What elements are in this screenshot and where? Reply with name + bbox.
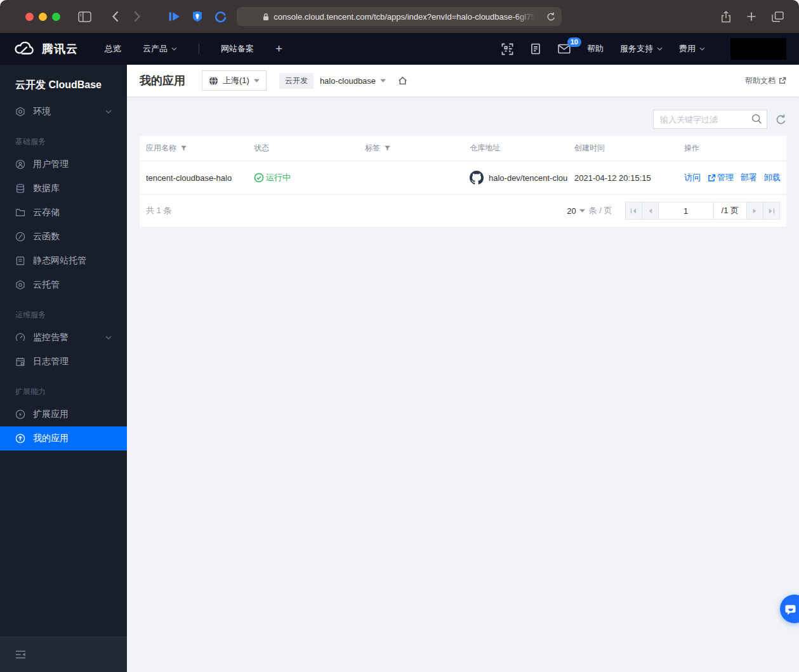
environment-name: halo-cloudbase [320, 76, 376, 86]
nav-overview[interactable]: 总览 [105, 43, 121, 55]
account-redacted[interactable] [730, 38, 786, 60]
webpage-icon [15, 256, 25, 266]
service-tag: 云开发 [279, 73, 314, 89]
sidebar-item-user-management[interactable]: 用户管理 [0, 152, 127, 176]
first-page-button[interactable] [625, 202, 642, 220]
nav-products[interactable]: 云产品 [143, 43, 177, 55]
share-icon[interactable] [721, 11, 731, 23]
table-row: tencent-cloudbase-halo 运行中 [140, 161, 786, 195]
traffic-lights [25, 13, 60, 21]
function-icon [15, 232, 25, 242]
filter-icon[interactable] [180, 145, 187, 152]
reload-icon[interactable] [547, 12, 555, 22]
sidebar-item-label: 环境 [33, 106, 51, 117]
nav-icp-filing[interactable]: 网站备案 [221, 43, 254, 55]
repo-name: halo-dev/tencent-clou [489, 173, 567, 183]
environment-selector[interactable]: halo-cloudbase [320, 76, 386, 86]
lightning-circle-icon [15, 409, 25, 419]
sidebar-item-static-hosting[interactable]: 静态网站托管 [0, 249, 127, 273]
current-page-input[interactable] [658, 202, 714, 220]
page-count: /1 页 [713, 202, 747, 220]
sidebar-item-environment[interactable]: 环境 [0, 100, 127, 124]
top-nav: 腾讯云 总览 云产品 网站备案 + 10 帮助 服务 [0, 33, 799, 65]
action-uninstall[interactable]: 卸载 [764, 172, 781, 183]
search-input[interactable] [653, 110, 767, 129]
cell-actions: 访问 管理 部署 卸载 [678, 172, 786, 183]
sidebar-item-label: 云托管 [33, 279, 60, 291]
sidebar-item-cloud-run[interactable]: 云托管 [0, 273, 127, 297]
caret-down-icon [579, 209, 585, 213]
sidebar-item-monitoring[interactable]: 监控告警 [0, 326, 127, 350]
action-manage[interactable]: 管理 [708, 172, 734, 183]
minimize-window-button[interactable] [39, 13, 47, 21]
password-manager-extension-icon[interactable] [192, 11, 203, 22]
database-icon [15, 183, 25, 194]
chevron-down-icon [105, 110, 112, 114]
action-deploy[interactable]: 部署 [741, 172, 757, 183]
hexagon-env-icon [15, 107, 25, 117]
collapse-sidebar-icon[interactable] [15, 650, 26, 659]
tencent-cloud-logo[interactable]: 腾讯云 [13, 40, 78, 58]
nav-help[interactable]: 帮助 [587, 43, 604, 55]
column-header-status: 状态 [248, 143, 359, 154]
back-icon[interactable] [112, 11, 119, 22]
sidebar-item-log-management[interactable]: 日志管理 [0, 350, 127, 374]
play-extension-icon[interactable] [169, 11, 180, 22]
pager: /1 页 [625, 202, 780, 220]
cell-created-time: 2021-04-12 20:15:15 [568, 173, 678, 183]
sidebar-item-cloud-functions[interactable]: 云函数 [0, 225, 127, 249]
column-header-actions: 操作 [678, 143, 786, 154]
mail-icon[interactable]: 10 [558, 44, 571, 54]
nav-add-shortcut[interactable]: + [275, 42, 282, 56]
home-icon[interactable] [397, 76, 408, 86]
sidebar-item-cloud-storage[interactable]: 云存储 [0, 201, 127, 225]
last-page-button[interactable] [763, 202, 780, 220]
loop-extension-icon[interactable] [215, 11, 227, 23]
github-icon [470, 171, 484, 185]
chevron-down-icon [171, 47, 177, 51]
document-icon[interactable] [530, 43, 541, 55]
action-visit[interactable]: 访问 [684, 172, 701, 183]
close-window-button[interactable] [25, 13, 34, 21]
address-bar[interactable]: console.cloud.tencent.com/tcb/apps/index… [237, 7, 562, 26]
sidebar-item-extension-apps[interactable]: 扩展应用 [0, 402, 127, 426]
filter-icon[interactable] [384, 145, 391, 152]
region-selector[interactable]: 上海(1) [202, 70, 267, 91]
sidebar-item-label: 日志管理 [33, 356, 69, 367]
sidebar-item-my-apps[interactable]: 我的应用 [0, 426, 127, 451]
nav-billing[interactable]: 费用 [679, 43, 705, 55]
external-link-icon [779, 77, 786, 84]
column-header-tags: 标签 [359, 143, 463, 154]
browser-sidebar-icon[interactable] [78, 11, 91, 22]
search-icon[interactable] [751, 114, 762, 124]
pagination: 共 1 条 20 条 / 页 [140, 195, 786, 227]
next-page-button[interactable] [746, 202, 763, 220]
caret-down-icon [254, 79, 260, 82]
user-icon [15, 159, 25, 169]
chevron-down-icon [657, 47, 663, 51]
sidebar-item-label: 用户管理 [33, 159, 69, 170]
prev-page-button[interactable] [642, 202, 659, 220]
new-tab-icon[interactable] [746, 11, 756, 22]
refresh-icon[interactable] [776, 114, 786, 125]
sidebar-item-label: 云函数 [33, 231, 60, 242]
cell-app-name: tencent-cloudbase-halo [140, 173, 248, 183]
fullscreen-window-button[interactable] [52, 13, 60, 21]
chevron-down-icon [699, 47, 705, 51]
browser-window: console.cloud.tencent.com/tcb/apps/index… [0, 0, 799, 672]
region-label: 上海(1) [223, 75, 249, 86]
tab-overview-icon[interactable] [772, 11, 784, 22]
scan-icon[interactable] [501, 43, 513, 55]
url-text: console.cloud.tencent.com/tcb/apps/index… [274, 12, 535, 22]
nav-support[interactable]: 服务支持 [620, 43, 663, 55]
page-size-selector[interactable]: 20 [567, 206, 584, 216]
gauge-icon [15, 333, 25, 343]
page-title: 我的应用 [140, 73, 185, 88]
column-header-app-name: 应用名称 [140, 143, 248, 154]
sidebar-item-label: 监控告警 [33, 332, 69, 343]
forward-icon[interactable] [134, 11, 141, 22]
sidebar-item-database[interactable]: 数据库 [0, 176, 127, 201]
content-area: 应用名称 状态 标签 仓库地址 创建时间 操作 tencent-cl [127, 96, 799, 672]
column-header-repo: 仓库地址 [463, 143, 568, 154]
help-doc-link[interactable]: 帮助文档 [745, 76, 786, 86]
